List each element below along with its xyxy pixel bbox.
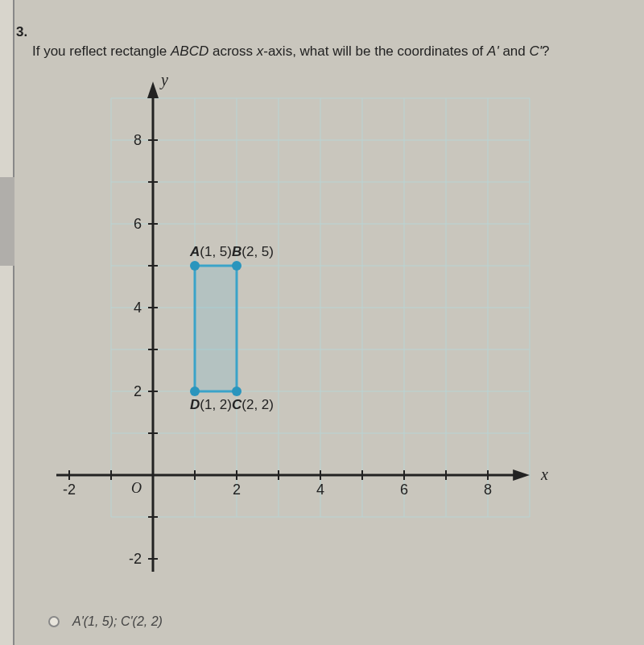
svg-text:D(1, 2): D(1, 2) [190, 397, 232, 412]
chart-svg: -22468-22468OxyA(1, 5)B(2, 5)D(1, 2)C(2,… [56, 72, 588, 572]
svg-text:O: O [131, 480, 142, 496]
svg-marker-61 [195, 266, 237, 391]
question-number: 3. [16, 24, 628, 40]
svg-point-64 [232, 387, 242, 396]
answer-option-text: A'(1, 5); C'(2, 2) [72, 614, 163, 629]
answer-option[interactable]: A'(1, 5); C'(2, 2) [48, 614, 163, 629]
svg-text:C(2, 2): C(2, 2) [232, 397, 274, 412]
svg-text:8: 8 [134, 132, 142, 148]
svg-text:y: y [159, 72, 168, 89]
svg-text:B(2, 5): B(2, 5) [232, 244, 274, 259]
svg-text:x: x [540, 465, 548, 483]
svg-point-63 [232, 261, 242, 271]
coordinate-grid-chart: -22468-22468OxyA(1, 5)B(2, 5)D(1, 2)C(2,… [56, 72, 588, 572]
question-block: 3. If you reflect rectangle ABCD across … [16, 24, 628, 60]
svg-point-62 [190, 261, 200, 271]
question-text: If you reflect rectangle ABCD across x-a… [32, 43, 628, 60]
svg-text:6: 6 [400, 482, 408, 498]
svg-text:8: 8 [484, 482, 492, 498]
svg-marker-26 [147, 81, 159, 98]
svg-point-65 [190, 387, 200, 396]
svg-text:-2: -2 [129, 551, 142, 567]
svg-marker-23 [513, 469, 530, 481]
svg-text:2: 2 [134, 383, 142, 399]
radio-icon[interactable] [48, 616, 60, 627]
svg-text:2: 2 [233, 482, 241, 498]
svg-text:4: 4 [134, 300, 142, 316]
svg-text:6: 6 [134, 216, 142, 232]
svg-text:4: 4 [316, 482, 324, 498]
svg-text:-2: -2 [63, 482, 76, 498]
svg-text:A(1, 5): A(1, 5) [189, 244, 232, 259]
